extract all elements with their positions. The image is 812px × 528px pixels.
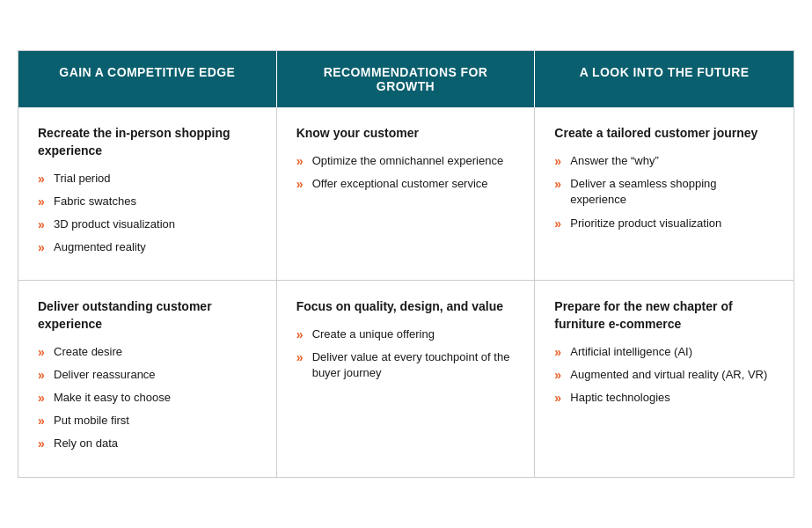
- list-item: Offer exceptional customer service: [296, 176, 516, 192]
- list-item: Create desire: [38, 344, 257, 360]
- list-item: Augmented and virtual reality (AR, VR): [554, 367, 774, 383]
- cell-list-row1-col2: Optimize the omnichannel experienceOffer…: [296, 153, 516, 192]
- cell-title-row1-col1: Recreate the in-person shopping experien…: [38, 125, 257, 159]
- header-cell-2: RECOMMENDATIONS FOR GROWTH: [277, 51, 536, 107]
- list-item: Deliver reassurance: [38, 367, 257, 383]
- list-item: Create a unique offering: [296, 326, 516, 342]
- body-cell-row2-col3: Prepare for the new chapter of furniture…: [535, 281, 794, 476]
- list-item: Fabric swatches: [38, 194, 257, 209]
- list-item: Optimize the omnichannel experience: [296, 153, 516, 169]
- list-item: Prioritize product visualization: [554, 216, 774, 231]
- list-item: Rely on data: [38, 436, 257, 451]
- table-header: GAIN A COMPETITIVE EDGERECOMMENDATIONS F…: [18, 51, 794, 107]
- body-cell-row1-col2: Know your customerOptimize the omnichann…: [277, 107, 536, 281]
- list-item: Deliver value at every touchpoint of the…: [296, 349, 516, 381]
- cell-list-row1-col3: Answer the “why”Deliver a seamless shopp…: [554, 153, 774, 231]
- body-cell-row1-col1: Recreate the in-person shopping experien…: [18, 107, 277, 281]
- cell-title-row2-col3: Prepare for the new chapter of furniture…: [554, 298, 774, 333]
- body-cell-row2-col1: Deliver outstanding customer experienceC…: [18, 281, 277, 476]
- list-item: Augmented reality: [38, 239, 257, 255]
- cell-title-row1-col2: Know your customer: [296, 125, 516, 143]
- list-item: Trial period: [38, 171, 257, 187]
- list-item: Put mobile first: [38, 413, 257, 429]
- list-item: Artificial intelligence (AI): [554, 344, 774, 360]
- cell-title-row1-col3: Create a tailored customer journey: [554, 125, 774, 143]
- table-body: Recreate the in-person shopping experien…: [18, 107, 794, 476]
- list-item: Make it easy to choose: [38, 390, 257, 406]
- header-cell-3: A LOOK INTO THE FUTURE: [535, 51, 794, 107]
- cell-list-row2-col1: Create desireDeliver reassuranceMake it …: [38, 344, 257, 452]
- cell-list-row2-col2: Create a unique offeringDeliver value at…: [296, 326, 516, 382]
- body-cell-row2-col2: Focus on quality, design, and valueCreat…: [277, 281, 536, 476]
- header-cell-1: GAIN A COMPETITIVE EDGE: [18, 51, 277, 107]
- cell-title-row2-col2: Focus on quality, design, and value: [296, 298, 516, 316]
- cell-title-row2-col1: Deliver outstanding customer experience: [38, 298, 257, 333]
- list-item: Deliver a seamless shopping experience: [554, 176, 774, 208]
- cell-list-row1-col1: Trial periodFabric swatches3D product vi…: [38, 171, 257, 256]
- list-item: Haptic technologies: [554, 390, 774, 406]
- body-cell-row1-col3: Create a tailored customer journeyAnswer…: [535, 107, 794, 281]
- cell-list-row2-col3: Artificial intelligence (AI)Augmented an…: [554, 344, 774, 407]
- main-table: GAIN A COMPETITIVE EDGERECOMMENDATIONS F…: [18, 50, 794, 477]
- list-item: Answer the “why”: [554, 153, 774, 169]
- list-item: 3D product visualization: [38, 216, 257, 232]
